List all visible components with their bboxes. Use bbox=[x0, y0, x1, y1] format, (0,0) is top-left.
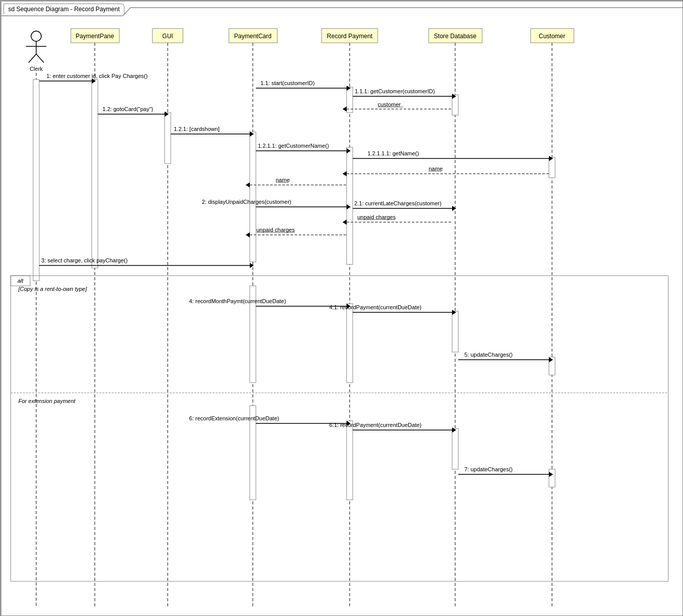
activation-customer-1 bbox=[549, 157, 555, 178]
activation-paymentpane bbox=[92, 79, 98, 268]
label-m121: 1.2.1: [cardshown] bbox=[174, 126, 220, 132]
arrowhead-m1211r bbox=[246, 182, 250, 188]
label-m12111r: name bbox=[429, 166, 443, 172]
label-m41: 4.1: recordPayment(currentDueDate) bbox=[329, 304, 422, 310]
gui-label: GUI bbox=[162, 33, 173, 40]
activation-storedatabase-alt1 bbox=[452, 311, 458, 352]
activation-storedatabase-alt2 bbox=[452, 428, 458, 469]
label-m2: 2: displayUnpaidCharges(customer) bbox=[202, 199, 291, 205]
arrowhead-m3 bbox=[250, 263, 254, 268]
alt-fragment bbox=[11, 276, 668, 581]
arrowhead-m12111r bbox=[343, 171, 347, 176]
storedatabase-label: Store Database bbox=[434, 33, 477, 40]
label-m2r: unpaid charges bbox=[256, 227, 295, 233]
customer-label: Customer bbox=[539, 33, 565, 40]
arrowhead-m2r bbox=[246, 232, 250, 237]
alt-label: alt bbox=[17, 278, 24, 284]
arrowhead-m21 bbox=[452, 206, 456, 211]
label-m4: 4: recordMonthPaymt(currentDueDate) bbox=[189, 298, 286, 304]
label-m5: 5: updateCharges() bbox=[464, 352, 513, 358]
arrowhead-m21r bbox=[343, 220, 347, 225]
recordpayment-label: Record Payment bbox=[327, 33, 373, 40]
activation-customer-alt2 bbox=[549, 469, 555, 487]
label-m1211: 1.2.1.1: getCustomerName() bbox=[258, 143, 329, 149]
paymentpane-label: PaymentPane bbox=[75, 33, 114, 40]
label-m12111: 1.2.1.1.1: getName() bbox=[367, 150, 419, 156]
activation-gui bbox=[165, 113, 171, 164]
activation-recordpayment-alt2 bbox=[347, 421, 353, 500]
paymentcard-label: PaymentCard bbox=[234, 33, 271, 40]
clerk-right-leg bbox=[36, 54, 44, 63]
label-m6: 6: recordExtension(currentDueDate) bbox=[189, 415, 279, 421]
arrowhead-m111r bbox=[343, 106, 347, 112]
activation-recordpayment-alt1 bbox=[347, 304, 353, 383]
label-m7: 7: updateCharges() bbox=[464, 466, 513, 472]
activation-paymentcard-1 bbox=[250, 132, 256, 262]
label-m11: 1.1: start(customerID) bbox=[260, 80, 314, 86]
sequence-diagram: sd Sequence Diagram - Record Payment Pay… bbox=[0, 0, 683, 616]
activation-clerk bbox=[33, 79, 39, 281]
label-m111r: customer bbox=[378, 101, 401, 108]
label-m1211r: name bbox=[276, 177, 290, 183]
label-m3: 3: select charge, click payCharge() bbox=[41, 257, 127, 263]
clerk-head bbox=[31, 31, 41, 41]
guard2: For extension payment bbox=[18, 398, 76, 404]
label-m1: 1: enter customer id, click Pay Charges(… bbox=[46, 73, 148, 79]
label-m12: 1.2: gotoCard("pay") bbox=[102, 106, 153, 112]
clerk-label: Clerk bbox=[30, 66, 43, 72]
label-m61: 6.1: recordPayment(currentDueDate) bbox=[329, 422, 422, 428]
label-m21r: unpaid charges bbox=[357, 214, 396, 220]
label-m21: 2.1: currentLateCharges(customer) bbox=[354, 200, 441, 206]
title-slope bbox=[123, 8, 130, 16]
clerk-left-leg bbox=[29, 54, 36, 63]
label-m111: 1.1.1: getCustomer(customerID) bbox=[355, 88, 435, 94]
diagram-svg: PaymentPane GUI PaymentCard Record Payme… bbox=[1, 1, 683, 616]
guard1: [Copy is a rent-to-own type] bbox=[18, 286, 87, 292]
